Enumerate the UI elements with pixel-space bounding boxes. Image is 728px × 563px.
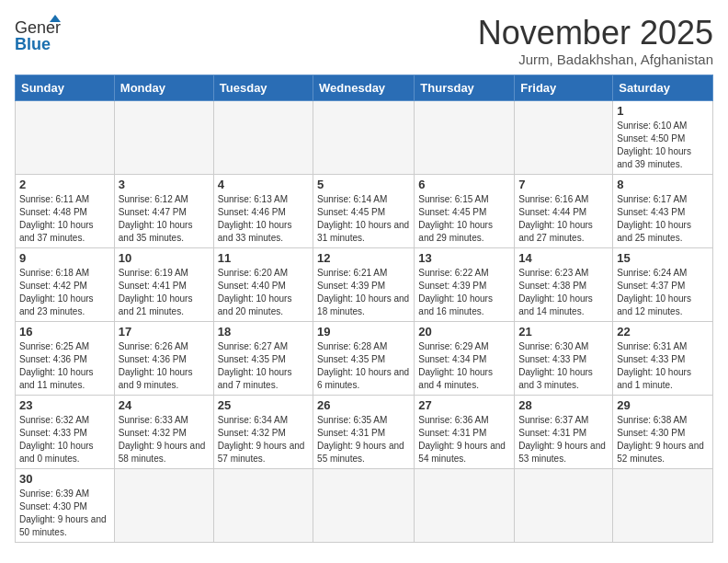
table-row: 21Sunrise: 6:30 AM Sunset: 4:33 PM Dayli…: [515, 321, 613, 395]
day-number: 24: [119, 398, 210, 412]
table-row: [313, 468, 415, 542]
table-row: 16Sunrise: 6:25 AM Sunset: 4:36 PM Dayli…: [16, 321, 115, 395]
day-info: Sunrise: 6:24 AM Sunset: 4:37 PM Dayligh…: [617, 267, 709, 318]
day-number: 16: [19, 325, 110, 339]
day-info: Sunrise: 6:37 AM Sunset: 4:31 PM Dayligh…: [518, 414, 609, 465]
day-number: 25: [218, 398, 309, 412]
day-info: Sunrise: 6:23 AM Sunset: 4:38 PM Dayligh…: [518, 267, 609, 318]
page: General Blue November 2025 Jurm, Badakhs…: [0, 0, 728, 557]
day-info: Sunrise: 6:10 AM Sunset: 4:50 PM Dayligh…: [617, 120, 709, 171]
col-saturday: Saturday: [613, 75, 713, 100]
col-sunday: Sunday: [16, 75, 115, 100]
day-info: Sunrise: 6:39 AM Sunset: 4:30 PM Dayligh…: [19, 488, 110, 539]
table-row: 12Sunrise: 6:21 AM Sunset: 4:39 PM Dayli…: [313, 247, 415, 321]
logo-icon: General Blue: [15, 15, 61, 55]
day-number: 7: [518, 178, 609, 191]
day-info: Sunrise: 6:26 AM Sunset: 4:36 PM Dayligh…: [119, 340, 210, 392]
day-info: Sunrise: 6:19 AM Sunset: 4:41 PM Dayligh…: [119, 267, 210, 318]
month-title: November 2025: [478, 15, 713, 52]
day-info: Sunrise: 6:18 AM Sunset: 4:42 PM Dayligh…: [19, 267, 110, 318]
table-row: 4Sunrise: 6:13 AM Sunset: 4:46 PM Daylig…: [213, 174, 313, 247]
subtitle: Jurm, Badakhshan, Afghanistan: [478, 52, 713, 67]
table-row: 9Sunrise: 6:18 AM Sunset: 4:42 PM Daylig…: [16, 247, 115, 321]
table-row: 17Sunrise: 6:26 AM Sunset: 4:36 PM Dayli…: [114, 321, 213, 395]
table-row: [415, 100, 515, 174]
table-row: 25Sunrise: 6:34 AM Sunset: 4:32 PM Dayli…: [213, 395, 313, 468]
table-row: [114, 468, 213, 542]
table-row: 5Sunrise: 6:14 AM Sunset: 4:45 PM Daylig…: [313, 174, 415, 247]
table-row: 8Sunrise: 6:17 AM Sunset: 4:43 PM Daylig…: [613, 174, 713, 247]
day-number: 30: [19, 472, 110, 486]
table-row: 1Sunrise: 6:10 AM Sunset: 4:50 PM Daylig…: [613, 100, 713, 174]
day-info: Sunrise: 6:15 AM Sunset: 4:45 PM Dayligh…: [418, 193, 510, 245]
day-info: Sunrise: 6:22 AM Sunset: 4:39 PM Dayligh…: [418, 267, 510, 318]
day-number: 13: [418, 251, 510, 265]
table-row: 27Sunrise: 6:36 AM Sunset: 4:31 PM Dayli…: [415, 395, 515, 468]
table-row: 20Sunrise: 6:29 AM Sunset: 4:34 PM Dayli…: [415, 321, 515, 395]
day-info: Sunrise: 6:36 AM Sunset: 4:31 PM Dayligh…: [418, 414, 510, 465]
day-info: Sunrise: 6:33 AM Sunset: 4:32 PM Dayligh…: [119, 414, 210, 465]
title-block: November 2025 Jurm, Badakhshan, Afghanis…: [478, 15, 713, 67]
table-row: [515, 468, 613, 542]
table-row: 10Sunrise: 6:19 AM Sunset: 4:41 PM Dayli…: [114, 247, 213, 321]
day-info: Sunrise: 6:31 AM Sunset: 4:33 PM Dayligh…: [617, 340, 709, 392]
col-tuesday: Tuesday: [213, 75, 313, 100]
day-number: 8: [617, 178, 709, 191]
header: General Blue November 2025 Jurm, Badakhs…: [15, 15, 713, 67]
day-info: Sunrise: 6:35 AM Sunset: 4:31 PM Dayligh…: [317, 414, 410, 465]
table-row: 19Sunrise: 6:28 AM Sunset: 4:35 PM Dayli…: [313, 321, 415, 395]
day-number: 2: [19, 178, 110, 191]
day-info: Sunrise: 6:14 AM Sunset: 4:45 PM Dayligh…: [317, 193, 410, 245]
svg-text:Blue: Blue: [15, 35, 51, 53]
table-row: 18Sunrise: 6:27 AM Sunset: 4:35 PM Dayli…: [213, 321, 313, 395]
day-info: Sunrise: 6:32 AM Sunset: 4:33 PM Dayligh…: [19, 414, 110, 465]
day-info: Sunrise: 6:13 AM Sunset: 4:46 PM Dayligh…: [218, 193, 309, 245]
day-number: 9: [19, 251, 110, 265]
table-row: 30Sunrise: 6:39 AM Sunset: 4:30 PM Dayli…: [16, 468, 115, 542]
day-info: Sunrise: 6:16 AM Sunset: 4:44 PM Dayligh…: [518, 193, 609, 245]
table-row: 11Sunrise: 6:20 AM Sunset: 4:40 PM Dayli…: [213, 247, 313, 321]
table-row: 13Sunrise: 6:22 AM Sunset: 4:39 PM Dayli…: [415, 247, 515, 321]
day-number: 10: [119, 251, 210, 265]
table-row: 15Sunrise: 6:24 AM Sunset: 4:37 PM Dayli…: [613, 247, 713, 321]
table-row: [114, 100, 213, 174]
day-number: 17: [119, 325, 210, 339]
day-info: Sunrise: 6:29 AM Sunset: 4:34 PM Dayligh…: [418, 340, 510, 392]
table-row: 2Sunrise: 6:11 AM Sunset: 4:48 PM Daylig…: [16, 174, 115, 247]
day-number: 27: [418, 398, 510, 412]
day-number: 14: [518, 251, 609, 265]
table-row: 7Sunrise: 6:16 AM Sunset: 4:44 PM Daylig…: [515, 174, 613, 247]
day-info: Sunrise: 6:20 AM Sunset: 4:40 PM Dayligh…: [218, 267, 309, 318]
day-number: 15: [617, 251, 709, 265]
table-row: 6Sunrise: 6:15 AM Sunset: 4:45 PM Daylig…: [415, 174, 515, 247]
table-row: 23Sunrise: 6:32 AM Sunset: 4:33 PM Dayli…: [16, 395, 115, 468]
day-number: 12: [317, 251, 410, 265]
table-row: [515, 100, 613, 174]
calendar-week-2: 9Sunrise: 6:18 AM Sunset: 4:42 PM Daylig…: [16, 247, 713, 321]
table-row: [213, 100, 313, 174]
day-number: 26: [317, 398, 410, 412]
day-number: 21: [518, 325, 609, 339]
day-number: 1: [617, 104, 709, 118]
col-thursday: Thursday: [415, 75, 515, 100]
day-number: 28: [518, 398, 609, 412]
day-number: 22: [617, 325, 709, 339]
day-info: Sunrise: 6:12 AM Sunset: 4:47 PM Dayligh…: [119, 193, 210, 245]
day-info: Sunrise: 6:27 AM Sunset: 4:35 PM Dayligh…: [218, 340, 309, 392]
day-number: 11: [218, 251, 309, 265]
table-row: 28Sunrise: 6:37 AM Sunset: 4:31 PM Dayli…: [515, 395, 613, 468]
logo: General Blue: [15, 15, 61, 55]
table-row: [415, 468, 515, 542]
day-number: 19: [317, 325, 410, 339]
calendar-week-1: 2Sunrise: 6:11 AM Sunset: 4:48 PM Daylig…: [16, 174, 713, 247]
table-row: [16, 100, 115, 174]
day-info: Sunrise: 6:30 AM Sunset: 4:33 PM Dayligh…: [518, 340, 609, 392]
calendar-header-row: Sunday Monday Tuesday Wednesday Thursday…: [16, 75, 713, 100]
day-number: 5: [317, 178, 410, 191]
day-info: Sunrise: 6:21 AM Sunset: 4:39 PM Dayligh…: [317, 267, 410, 318]
calendar: Sunday Monday Tuesday Wednesday Thursday…: [15, 75, 713, 543]
table-row: 26Sunrise: 6:35 AM Sunset: 4:31 PM Dayli…: [313, 395, 415, 468]
table-row: 14Sunrise: 6:23 AM Sunset: 4:38 PM Dayli…: [515, 247, 613, 321]
day-number: 3: [119, 178, 210, 191]
day-info: Sunrise: 6:17 AM Sunset: 4:43 PM Dayligh…: [617, 193, 709, 245]
